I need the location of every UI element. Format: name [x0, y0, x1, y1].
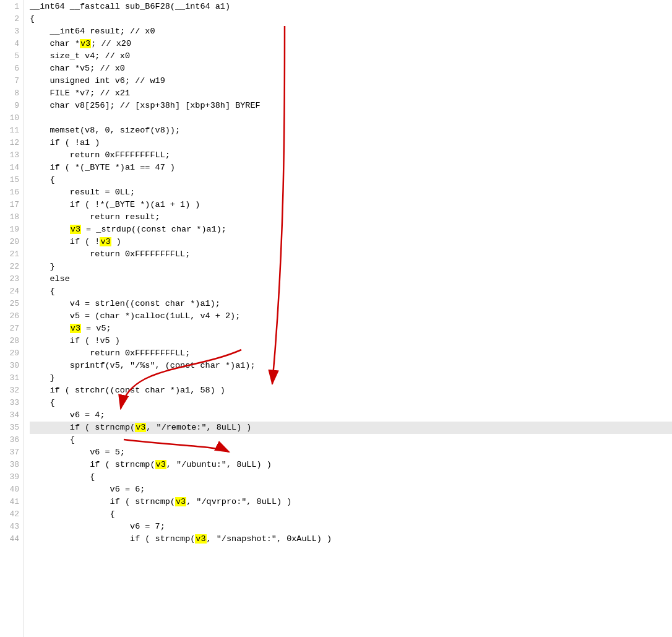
highlighted-variable: v3 — [135, 423, 146, 432]
code-line — [30, 112, 672, 124]
code-line: { — [30, 13, 672, 25]
code-line: result = 0LL; — [30, 186, 672, 199]
line-number: 32 — [0, 384, 19, 397]
highlighted-variable: v3 — [100, 237, 111, 246]
code-line: v6 = 4; — [30, 409, 672, 422]
highlighted-variable: v3 — [70, 225, 81, 234]
line-number: 31 — [0, 372, 19, 384]
line-number: 3 — [0, 25, 19, 38]
code-line: if ( !v5 ) — [30, 335, 672, 347]
line-number: 42 — [0, 508, 19, 521]
line-number: 27 — [0, 323, 19, 335]
line-number: 36 — [0, 434, 19, 446]
code-line: size_t v4; // x0 — [30, 50, 672, 63]
code-line: { — [30, 471, 672, 483]
line-number: 10 — [0, 112, 19, 124]
line-number: 2 — [0, 13, 19, 25]
code-line: unsigned int v6; // w19 — [30, 75, 672, 87]
line-number: 5 — [0, 50, 19, 63]
code-line: if ( !a1 ) — [30, 137, 672, 149]
line-number: 29 — [0, 347, 19, 360]
line-number: 24 — [0, 285, 19, 298]
code-line: char *v5; // x0 — [30, 63, 672, 75]
line-number: 6 — [0, 63, 19, 75]
code-line: if ( !*(_BYTE *)(a1 + 1) ) — [30, 199, 672, 211]
code-line: { — [30, 508, 672, 521]
code-line: if ( strncmp(v3, "/remote:", 8uLL) ) — [30, 422, 672, 434]
line-number: 8 — [0, 87, 19, 100]
line-number: 37 — [0, 446, 19, 459]
line-number: 13 — [0, 149, 19, 162]
code-line: return 0xFFFFFFFFLL; — [30, 149, 672, 162]
line-number: 23 — [0, 273, 19, 285]
line-number: 11 — [0, 124, 19, 137]
code-line: return result; — [30, 211, 672, 223]
line-number: 20 — [0, 236, 19, 248]
line-number: 40 — [0, 483, 19, 496]
line-number: 12 — [0, 137, 19, 149]
code-line: if ( strncmp(v3, "/ubuntu:", 8uLL) ) — [30, 459, 672, 471]
code-line: memset(v8, 0, sizeof(v8)); — [30, 124, 672, 137]
line-number: 39 — [0, 471, 19, 483]
line-number: 28 — [0, 335, 19, 347]
code-line: { — [30, 174, 672, 186]
line-number: 14 — [0, 162, 19, 174]
line-number: 38 — [0, 459, 19, 471]
line-number: 21 — [0, 248, 19, 261]
code-line: v3 = v5; — [30, 323, 672, 335]
code-line: v5 = (char *)calloc(1uLL, v4 + 2); — [30, 310, 672, 323]
code-line: } — [30, 372, 672, 384]
line-number: 18 — [0, 211, 19, 223]
code-line: if ( *(_BYTE *)a1 == 47 ) — [30, 162, 672, 174]
code-line: char *v3; // x20 — [30, 38, 672, 50]
code-line: { — [30, 397, 672, 409]
line-number: 16 — [0, 186, 19, 199]
code-line: { — [30, 285, 672, 298]
highlighted-variable: v3 — [155, 460, 166, 469]
line-number: 35 — [0, 422, 19, 434]
line-number: 4 — [0, 38, 19, 50]
code-line: if ( !v3 ) — [30, 236, 672, 248]
code-line: char v8[256]; // [xsp+38h] [xbp+38h] BYR… — [30, 100, 672, 112]
code-line: if ( strchr((const char *)a1, 58) ) — [30, 384, 672, 397]
code-line: } — [30, 261, 672, 273]
line-number: 26 — [0, 310, 19, 323]
code-line: v3 = _strdup((const char *)a1); — [30, 223, 672, 236]
code-line: sprintf(v5, "/%s", (const char *)a1); — [30, 360, 672, 372]
line-number: 22 — [0, 261, 19, 273]
code-content: __int64 __fastcall sub_B6F28(__int64 a1)… — [24, 0, 672, 637]
highlighted-variable: v3 — [70, 324, 81, 333]
code-line: return 0xFFFFFFFFLL; — [30, 347, 672, 360]
code-line: v6 = 6; — [30, 483, 672, 496]
code-line: return 0xFFFFFFFFLL; — [30, 248, 672, 261]
code-line: v6 = 5; — [30, 446, 672, 459]
code-line: if ( strncmp(v3, "/qvrpro:", 8uLL) ) — [30, 496, 672, 508]
line-number: 15 — [0, 174, 19, 186]
code-line: if ( strncmp(v3, "/snapshot:", 0xAuLL) ) — [30, 533, 672, 545]
line-number: 41 — [0, 496, 19, 508]
code-line: else — [30, 273, 672, 285]
highlighted-variable: v3 — [80, 39, 91, 48]
line-number: 34 — [0, 409, 19, 422]
highlighted-variable: v3 — [175, 497, 186, 506]
line-number: 19 — [0, 223, 19, 236]
code-line: __int64 __fastcall sub_B6F28(__int64 a1) — [30, 1, 672, 13]
code-line: v6 = 7; — [30, 521, 672, 533]
code-line: FILE *v7; // x21 — [30, 87, 672, 100]
code-line: { — [30, 434, 672, 446]
line-number: 7 — [0, 75, 19, 87]
line-number: 9 — [0, 100, 19, 112]
line-number: 30 — [0, 360, 19, 372]
line-number: 17 — [0, 199, 19, 211]
line-number: 25 — [0, 298, 19, 310]
line-number: 44 — [0, 533, 19, 545]
line-number: 33 — [0, 397, 19, 409]
line-number: 43 — [0, 521, 19, 533]
line-number: 1 — [0, 1, 19, 13]
line-numbers: 1234567891011121314151617181920212223242… — [0, 0, 24, 637]
code-view: 1234567891011121314151617181920212223242… — [0, 0, 672, 637]
code-line: __int64 result; // x0 — [30, 25, 672, 38]
code-line: v4 = strlen((const char *)a1); — [30, 298, 672, 310]
highlighted-variable: v3 — [195, 534, 206, 544]
